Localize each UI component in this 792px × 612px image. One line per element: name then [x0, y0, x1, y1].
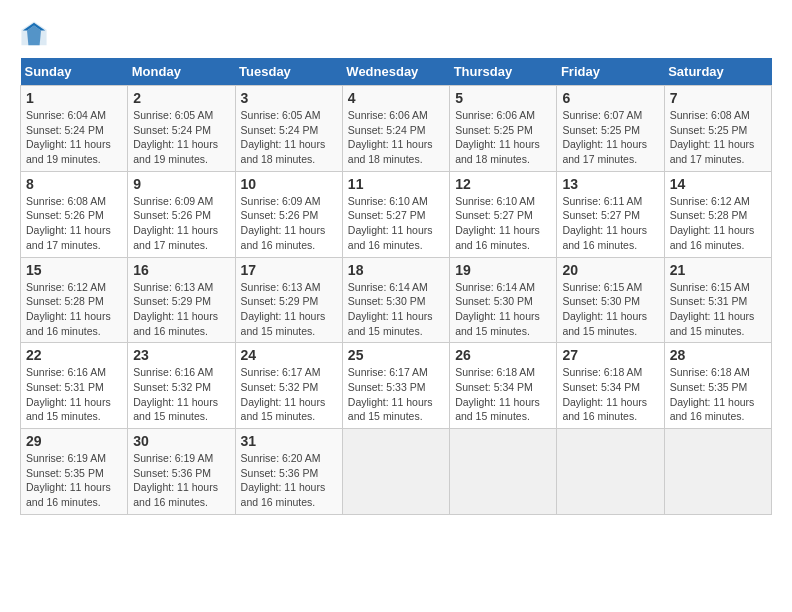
day-info: Sunrise: 6:16 AMSunset: 5:31 PMDaylight:… — [26, 365, 122, 424]
day-info: Sunrise: 6:17 AMSunset: 5:33 PMDaylight:… — [348, 365, 444, 424]
day-info: Sunrise: 6:18 AMSunset: 5:34 PMDaylight:… — [455, 365, 551, 424]
calendar-week-3: 15Sunrise: 6:12 AMSunset: 5:28 PMDayligh… — [21, 257, 772, 343]
calendar-cell: 15Sunrise: 6:12 AMSunset: 5:28 PMDayligh… — [21, 257, 128, 343]
day-header-row: SundayMondayTuesdayWednesdayThursdayFrid… — [21, 58, 772, 86]
day-info: Sunrise: 6:06 AMSunset: 5:24 PMDaylight:… — [348, 108, 444, 167]
day-info: Sunrise: 6:17 AMSunset: 5:32 PMDaylight:… — [241, 365, 337, 424]
day-info: Sunrise: 6:20 AMSunset: 5:36 PMDaylight:… — [241, 451, 337, 510]
day-number: 13 — [562, 176, 658, 192]
day-info: Sunrise: 6:19 AMSunset: 5:36 PMDaylight:… — [133, 451, 229, 510]
calendar-cell: 11Sunrise: 6:10 AMSunset: 5:27 PMDayligh… — [342, 171, 449, 257]
day-info: Sunrise: 6:11 AMSunset: 5:27 PMDaylight:… — [562, 194, 658, 253]
calendar-cell: 24Sunrise: 6:17 AMSunset: 5:32 PMDayligh… — [235, 343, 342, 429]
day-info: Sunrise: 6:15 AMSunset: 5:31 PMDaylight:… — [670, 280, 766, 339]
day-number: 2 — [133, 90, 229, 106]
calendar-cell: 20Sunrise: 6:15 AMSunset: 5:30 PMDayligh… — [557, 257, 664, 343]
calendar-cell: 23Sunrise: 6:16 AMSunset: 5:32 PMDayligh… — [128, 343, 235, 429]
day-info: Sunrise: 6:18 AMSunset: 5:35 PMDaylight:… — [670, 365, 766, 424]
calendar-cell: 2Sunrise: 6:05 AMSunset: 5:24 PMDaylight… — [128, 86, 235, 172]
calendar-cell: 5Sunrise: 6:06 AMSunset: 5:25 PMDaylight… — [450, 86, 557, 172]
day-info: Sunrise: 6:09 AMSunset: 5:26 PMDaylight:… — [241, 194, 337, 253]
day-header-thursday: Thursday — [450, 58, 557, 86]
day-info: Sunrise: 6:12 AMSunset: 5:28 PMDaylight:… — [670, 194, 766, 253]
day-number: 19 — [455, 262, 551, 278]
calendar-cell: 6Sunrise: 6:07 AMSunset: 5:25 PMDaylight… — [557, 86, 664, 172]
day-info: Sunrise: 6:10 AMSunset: 5:27 PMDaylight:… — [455, 194, 551, 253]
day-number: 4 — [348, 90, 444, 106]
calendar-week-5: 29Sunrise: 6:19 AMSunset: 5:35 PMDayligh… — [21, 429, 772, 515]
day-number: 31 — [241, 433, 337, 449]
calendar-cell: 14Sunrise: 6:12 AMSunset: 5:28 PMDayligh… — [664, 171, 771, 257]
day-info: Sunrise: 6:16 AMSunset: 5:32 PMDaylight:… — [133, 365, 229, 424]
calendar-cell — [450, 429, 557, 515]
calendar-cell: 30Sunrise: 6:19 AMSunset: 5:36 PMDayligh… — [128, 429, 235, 515]
day-number: 29 — [26, 433, 122, 449]
day-number: 28 — [670, 347, 766, 363]
day-number: 25 — [348, 347, 444, 363]
calendar-cell: 18Sunrise: 6:14 AMSunset: 5:30 PMDayligh… — [342, 257, 449, 343]
page-header — [20, 20, 772, 48]
day-number: 3 — [241, 90, 337, 106]
day-number: 11 — [348, 176, 444, 192]
day-number: 22 — [26, 347, 122, 363]
day-info: Sunrise: 6:08 AMSunset: 5:25 PMDaylight:… — [670, 108, 766, 167]
day-number: 18 — [348, 262, 444, 278]
calendar-week-2: 8Sunrise: 6:08 AMSunset: 5:26 PMDaylight… — [21, 171, 772, 257]
day-header-sunday: Sunday — [21, 58, 128, 86]
day-number: 15 — [26, 262, 122, 278]
day-info: Sunrise: 6:06 AMSunset: 5:25 PMDaylight:… — [455, 108, 551, 167]
day-info: Sunrise: 6:14 AMSunset: 5:30 PMDaylight:… — [455, 280, 551, 339]
day-info: Sunrise: 6:08 AMSunset: 5:26 PMDaylight:… — [26, 194, 122, 253]
day-number: 24 — [241, 347, 337, 363]
day-number: 9 — [133, 176, 229, 192]
day-number: 21 — [670, 262, 766, 278]
day-info: Sunrise: 6:04 AMSunset: 5:24 PMDaylight:… — [26, 108, 122, 167]
calendar-cell: 28Sunrise: 6:18 AMSunset: 5:35 PMDayligh… — [664, 343, 771, 429]
day-number: 26 — [455, 347, 551, 363]
calendar-table: SundayMondayTuesdayWednesdayThursdayFrid… — [20, 58, 772, 515]
calendar-week-4: 22Sunrise: 6:16 AMSunset: 5:31 PMDayligh… — [21, 343, 772, 429]
day-number: 14 — [670, 176, 766, 192]
day-info: Sunrise: 6:18 AMSunset: 5:34 PMDaylight:… — [562, 365, 658, 424]
day-info: Sunrise: 6:15 AMSunset: 5:30 PMDaylight:… — [562, 280, 658, 339]
calendar-week-1: 1Sunrise: 6:04 AMSunset: 5:24 PMDaylight… — [21, 86, 772, 172]
calendar-cell: 1Sunrise: 6:04 AMSunset: 5:24 PMDaylight… — [21, 86, 128, 172]
calendar-cell: 9Sunrise: 6:09 AMSunset: 5:26 PMDaylight… — [128, 171, 235, 257]
calendar-cell: 16Sunrise: 6:13 AMSunset: 5:29 PMDayligh… — [128, 257, 235, 343]
day-header-monday: Monday — [128, 58, 235, 86]
logo — [20, 20, 52, 48]
day-info: Sunrise: 6:12 AMSunset: 5:28 PMDaylight:… — [26, 280, 122, 339]
day-info: Sunrise: 6:14 AMSunset: 5:30 PMDaylight:… — [348, 280, 444, 339]
day-number: 1 — [26, 90, 122, 106]
day-info: Sunrise: 6:05 AMSunset: 5:24 PMDaylight:… — [133, 108, 229, 167]
calendar-cell: 29Sunrise: 6:19 AMSunset: 5:35 PMDayligh… — [21, 429, 128, 515]
day-info: Sunrise: 6:13 AMSunset: 5:29 PMDaylight:… — [241, 280, 337, 339]
day-number: 16 — [133, 262, 229, 278]
day-header-friday: Friday — [557, 58, 664, 86]
day-number: 8 — [26, 176, 122, 192]
day-number: 5 — [455, 90, 551, 106]
day-number: 17 — [241, 262, 337, 278]
calendar-cell: 4Sunrise: 6:06 AMSunset: 5:24 PMDaylight… — [342, 86, 449, 172]
calendar-cell: 22Sunrise: 6:16 AMSunset: 5:31 PMDayligh… — [21, 343, 128, 429]
calendar-cell: 26Sunrise: 6:18 AMSunset: 5:34 PMDayligh… — [450, 343, 557, 429]
day-number: 10 — [241, 176, 337, 192]
calendar-cell — [664, 429, 771, 515]
day-info: Sunrise: 6:05 AMSunset: 5:24 PMDaylight:… — [241, 108, 337, 167]
day-number: 7 — [670, 90, 766, 106]
day-number: 30 — [133, 433, 229, 449]
day-info: Sunrise: 6:10 AMSunset: 5:27 PMDaylight:… — [348, 194, 444, 253]
calendar-cell: 10Sunrise: 6:09 AMSunset: 5:26 PMDayligh… — [235, 171, 342, 257]
day-number: 12 — [455, 176, 551, 192]
calendar-cell: 7Sunrise: 6:08 AMSunset: 5:25 PMDaylight… — [664, 86, 771, 172]
day-header-wednesday: Wednesday — [342, 58, 449, 86]
calendar-cell — [342, 429, 449, 515]
calendar-cell: 13Sunrise: 6:11 AMSunset: 5:27 PMDayligh… — [557, 171, 664, 257]
day-header-saturday: Saturday — [664, 58, 771, 86]
day-info: Sunrise: 6:09 AMSunset: 5:26 PMDaylight:… — [133, 194, 229, 253]
day-number: 27 — [562, 347, 658, 363]
calendar-cell: 12Sunrise: 6:10 AMSunset: 5:27 PMDayligh… — [450, 171, 557, 257]
calendar-cell: 17Sunrise: 6:13 AMSunset: 5:29 PMDayligh… — [235, 257, 342, 343]
calendar-cell: 31Sunrise: 6:20 AMSunset: 5:36 PMDayligh… — [235, 429, 342, 515]
calendar-cell — [557, 429, 664, 515]
